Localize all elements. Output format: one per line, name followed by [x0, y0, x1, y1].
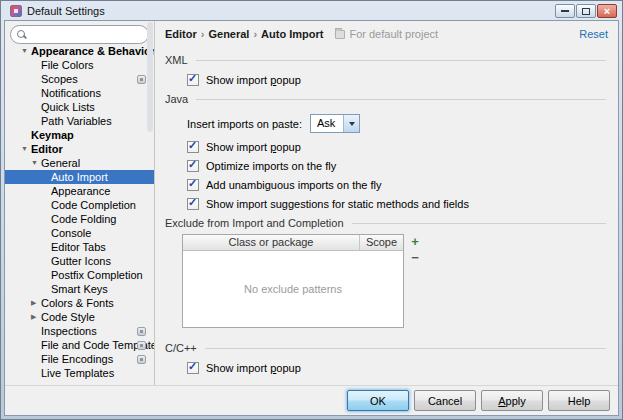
section-title: Java	[165, 93, 188, 105]
table-header: Class or package Scope	[183, 235, 403, 251]
sidebar-item-label: Gutter Icons	[51, 254, 111, 268]
default-settings-window: Default Settings × ▼Appearance & Behavio…	[0, 0, 623, 420]
sidebar-scrollbar[interactable]	[146, 21, 154, 385]
check-icon: ✓	[188, 196, 197, 209]
per-project-settings-icon	[137, 341, 146, 350]
minimize-button[interactable]	[555, 4, 575, 18]
sidebar-item-postfix-completion[interactable]: Postfix Completion	[5, 268, 154, 282]
sidebar-item-label: Notifications	[41, 86, 101, 100]
search-input[interactable]	[31, 27, 148, 42]
reset-link[interactable]: Reset	[579, 28, 608, 40]
section-header-exclude: Exclude from Import and Completion	[165, 215, 606, 231]
sidebar-item-scopes[interactable]: Scopes	[5, 72, 154, 86]
empty-table-text: No exclude patterns	[244, 283, 342, 295]
sidebar-item-inspections[interactable]: Inspections	[5, 324, 154, 338]
checkbox-label: Show import popup	[206, 362, 301, 374]
sidebar-item-label: Editor Tabs	[51, 240, 106, 254]
sidebar-item-label: General	[41, 156, 80, 170]
sidebar-item-auto-import[interactable]: Auto Import	[5, 170, 154, 184]
default-project-note: For default project	[335, 28, 438, 40]
sidebar-item-colors-fonts[interactable]: ▶Colors & Fonts	[5, 296, 154, 310]
sidebar-item-code-style[interactable]: ▶Code Style	[5, 310, 154, 324]
sidebar-item-gutter-icons[interactable]: Gutter Icons	[5, 254, 154, 268]
settings-search[interactable]	[10, 25, 149, 44]
sidebar-item-label: Appearance	[51, 184, 110, 198]
breadcrumb-separator-icon: ›	[253, 28, 257, 40]
sidebar-item-code-completion[interactable]: Code Completion	[5, 198, 154, 212]
sidebar-item-file-colors[interactable]: File Colors	[5, 58, 154, 72]
sidebar-item-appearance-behavior[interactable]: ▼Appearance & Behavior	[5, 44, 154, 58]
sidebar-item-file-encodings[interactable]: File Encodings	[5, 352, 154, 366]
sidebar-item-notifications[interactable]: Notifications	[5, 86, 154, 100]
scrollbar-thumb[interactable]	[147, 22, 153, 132]
expanded-arrow-icon[interactable]: ▼	[21, 142, 31, 156]
ok-button[interactable]: OK	[347, 390, 409, 411]
window-controls: ×	[555, 4, 617, 18]
sidebar-item-label: Path Variables	[41, 114, 112, 128]
collapsed-arrow-icon[interactable]: ▶	[31, 310, 41, 324]
sidebar-item-path-variables[interactable]: Path Variables	[5, 114, 154, 128]
breadcrumb: Editor › General › Auto Import For defau…	[155, 21, 618, 47]
close-icon: ×	[604, 6, 610, 16]
per-project-settings-icon	[137, 355, 146, 364]
sidebar-item-smart-keys[interactable]: Smart Keys	[5, 282, 154, 296]
checkbox-label: Show import suggestions for static metho…	[206, 198, 469, 210]
check-icon: ✓	[188, 158, 197, 171]
sidebar-item-appearance[interactable]: Appearance	[5, 184, 154, 198]
insert-imports-on-paste-select[interactable]: Ask	[310, 114, 360, 133]
checkbox-xml-show-import-popup[interactable]: ✓ Show import popup	[187, 72, 606, 87]
breadcrumb-item-auto-import: Auto Import	[261, 28, 323, 40]
sidebar-item-label: Postfix Completion	[51, 268, 143, 282]
close-button[interactable]: ×	[597, 4, 617, 18]
combo-arrow-icon	[349, 122, 355, 126]
sidebar-item-editor[interactable]: ▼Editor	[5, 142, 154, 156]
cancel-button[interactable]: Cancel	[414, 390, 476, 411]
sidebar-item-label: Smart Keys	[51, 282, 108, 296]
sidebar-item-label: Appearance & Behavior	[31, 44, 154, 58]
exclude-patterns-table: Class or package Scope No exclude patter…	[182, 234, 404, 328]
sidebar-item-label: Console	[51, 226, 91, 240]
add-exclude-pattern-button[interactable]: +	[408, 235, 422, 248]
table-body: No exclude patterns	[183, 251, 403, 327]
window-title: Default Settings	[27, 5, 555, 17]
checkbox-show-import-suggestions-static[interactable]: ✓ Show import suggestions for static met…	[187, 196, 606, 211]
checkbox-box: ✓	[187, 198, 199, 210]
checkbox-ccpp-show-import-popup[interactable]: ✓ Show import popup	[187, 360, 606, 375]
sidebar-item-live-templates[interactable]: Live Templates	[5, 366, 154, 380]
table-toolbar: + −	[408, 234, 422, 328]
check-icon: ✓	[188, 177, 197, 190]
apply-button[interactable]: Apply	[481, 390, 543, 411]
sidebar-item-label: Scopes	[41, 72, 78, 86]
checkbox-box: ✓	[187, 179, 199, 191]
checkbox-add-unambiguous-imports[interactable]: ✓ Add unambiguous imports on the fly	[187, 177, 606, 192]
sidebar-item-console[interactable]: Console	[5, 226, 154, 240]
sidebar-item-editor-tabs[interactable]: Editor Tabs	[5, 240, 154, 254]
combo-dropdown-button[interactable]	[343, 115, 359, 132]
checkbox-java-show-import-popup[interactable]: ✓ Show import popup	[187, 139, 606, 154]
settings-sidebar: ▼Appearance & BehaviorFile ColorsScopesN…	[5, 21, 155, 385]
remove-exclude-pattern-button[interactable]: −	[408, 251, 422, 264]
collapsed-arrow-icon[interactable]: ▶	[31, 296, 41, 310]
auto-import-settings: XML ✓ Show import popup Java Insert impo…	[155, 47, 618, 385]
sidebar-item-keymap[interactable]: Keymap	[5, 128, 154, 142]
sidebar-item-general[interactable]: ▼General	[5, 156, 154, 170]
section-header-ccpp: C/C++	[165, 340, 606, 356]
expanded-arrow-icon[interactable]: ▼	[21, 44, 31, 58]
sidebar-item-quick-lists[interactable]: Quick Lists	[5, 100, 154, 114]
sidebar-item-code-folding[interactable]: Code Folding	[5, 212, 154, 226]
insert-imports-on-paste-row: Insert imports on paste: Ask	[187, 114, 606, 133]
help-button[interactable]: Help	[548, 390, 610, 411]
breadcrumb-item-general: General	[208, 28, 249, 40]
maximize-button[interactable]	[576, 4, 596, 18]
check-icon: ✓	[188, 72, 197, 85]
title-bar[interactable]: Default Settings ×	[4, 1, 619, 20]
breadcrumb-separator-icon: ›	[201, 28, 205, 40]
default-project-label: For default project	[349, 28, 438, 40]
search-icon	[17, 30, 25, 38]
checkbox-label: Show import popup	[206, 74, 301, 86]
sidebar-item-label: Keymap	[31, 128, 74, 142]
checkbox-optimize-imports-on-the-fly[interactable]: ✓ Optimize imports on the fly	[187, 158, 606, 173]
sidebar-item-file-and-code-templates[interactable]: File and Code Templates	[5, 338, 154, 352]
expanded-arrow-icon[interactable]: ▼	[31, 156, 41, 170]
column-header-scope: Scope	[360, 235, 403, 250]
